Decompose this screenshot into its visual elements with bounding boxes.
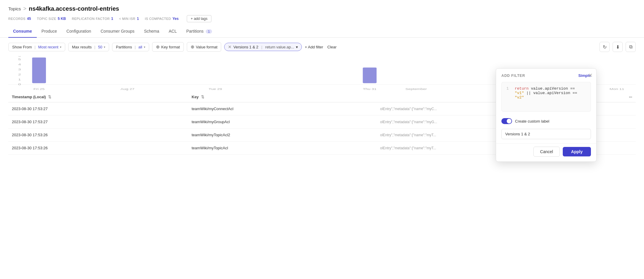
cell-actions xyxy=(624,115,636,129)
cell-actions xyxy=(624,129,636,142)
max-results-value: 50 xyxy=(98,45,102,49)
svg-text:6: 6 xyxy=(18,56,21,57)
custom-label-toggle[interactable] xyxy=(501,118,512,124)
sort-icon: ⇅ xyxy=(48,95,51,99)
replication-label: REPLICATION FACTOR xyxy=(72,17,110,20)
partitions-label: Partitions xyxy=(116,45,132,49)
compacted-value: Yes xyxy=(173,17,179,21)
active-filter-code: return value.ap... xyxy=(265,45,294,49)
plus-icon: ⊕ xyxy=(191,44,195,50)
filter-actions: Cancel Apply xyxy=(496,143,596,155)
col-timestamp[interactable]: Timestamp (Local) ⇅ xyxy=(8,92,188,102)
key-format-button[interactable]: ⊕ Key format xyxy=(152,42,184,52)
partitions-value: all xyxy=(138,45,142,49)
compacted-label: IS COMPACTED xyxy=(145,17,171,20)
clear-button[interactable]: Clear xyxy=(327,45,337,49)
topic-size-value: 5 KB xyxy=(58,17,66,21)
col-actions: ··· xyxy=(624,92,636,102)
tab-consumer-groups[interactable]: Consumer Groups xyxy=(96,25,139,38)
cell-timestamp: 2023-08-30 17:53:26 xyxy=(8,142,188,155)
svg-text:Aug 27: Aug 27 xyxy=(121,88,135,91)
svg-text:5: 5 xyxy=(18,58,21,61)
records-value: 45 xyxy=(27,17,31,21)
tab-consume[interactable]: Consume xyxy=(8,25,37,38)
svg-text:3: 3 xyxy=(18,68,21,71)
tab-schema[interactable]: Schema xyxy=(139,25,164,38)
toggle-label: Create custom label xyxy=(515,119,549,123)
toggle-knob xyxy=(507,119,511,123)
cell-key: teamWiki/myTopicAcl2 xyxy=(188,129,377,142)
refresh-icon: ↻ xyxy=(603,44,607,50)
svg-text:2: 2 xyxy=(18,73,21,76)
cell-actions xyxy=(624,142,636,155)
svg-text:Thu 31: Thu 31 xyxy=(363,88,377,91)
plus-icon: ⊕ xyxy=(156,44,160,50)
tab-acl[interactable]: ACL xyxy=(164,25,181,38)
filter-panel-header: ADD FILTER Simple xyxy=(496,69,596,81)
min-isr-label: < MIN ISR xyxy=(119,17,136,20)
copy-icon: ⧉ xyxy=(629,44,632,50)
breadcrumb: Topics > ns4kafka.access-control-entries xyxy=(8,5,636,12)
svg-text:Mon 11: Mon 11 xyxy=(610,88,624,91)
svg-rect-0 xyxy=(32,58,46,83)
add-filter-button[interactable]: + Add filter xyxy=(305,45,323,49)
cell-key: teamWiki/myGroupAcl xyxy=(188,115,377,129)
partitions-button[interactable]: Partitions | all ▾ xyxy=(112,43,149,51)
topics-link[interactable]: Topics xyxy=(8,6,21,11)
copy-button[interactable]: ⧉ xyxy=(626,42,636,52)
download-icon: ⬇ xyxy=(616,44,620,50)
close-icon[interactable]: ✕ xyxy=(228,45,232,49)
svg-rect-1 xyxy=(363,67,377,83)
cancel-button[interactable]: Cancel xyxy=(533,147,560,155)
replication-value: 1 xyxy=(111,17,113,21)
svg-text:4: 4 xyxy=(18,63,21,66)
tab-produce[interactable]: Produce xyxy=(37,25,62,38)
filter-panel: ADD FILTER Simple ✕ 1 return value.apiVe… xyxy=(496,68,597,155)
label-input-row xyxy=(496,127,596,143)
max-results-button[interactable]: Max results | 50 ▾ xyxy=(68,43,109,51)
cell-actions xyxy=(624,102,636,115)
chevron-down-icon: ▾ xyxy=(296,45,298,49)
toggle-row: Create custom label xyxy=(496,115,596,127)
show-from-value: Most recent xyxy=(38,45,58,49)
breadcrumb-separator: > xyxy=(23,6,27,12)
max-results-label: Max results xyxy=(72,45,92,49)
chevron-down-icon: ▾ xyxy=(104,45,105,49)
meta-bar: RECORDS 45 TOPIC SIZE 5 KB REPLICATION F… xyxy=(0,12,644,25)
download-button[interactable]: ⬇ xyxy=(613,42,623,52)
add-filter-label: + Add filter xyxy=(305,45,323,49)
topic-size-label: TOPIC SIZE xyxy=(37,17,56,20)
filter-panel-title: ADD FILTER xyxy=(501,74,525,78)
custom-label-input[interactable] xyxy=(501,129,591,139)
line-number: 1 xyxy=(506,86,511,100)
cell-timestamp: 2023-08-30 17:53:26 xyxy=(8,129,188,142)
min-isr-value: 1 xyxy=(137,17,139,21)
code-content: return value.apiVersion == "v1" || value… xyxy=(515,86,586,100)
tab-configuration[interactable]: Configuration xyxy=(62,25,96,38)
cell-key: teamWiki/myTopicAcl xyxy=(188,142,377,155)
add-tags-button[interactable]: + add tags xyxy=(187,15,211,22)
topic-size-meta: TOPIC SIZE 5 KB xyxy=(37,17,66,21)
cell-timestamp: 2023-08-30 17:53:27 xyxy=(8,102,188,115)
apply-button[interactable]: Apply xyxy=(563,147,591,155)
active-filter-chip[interactable]: ✕ Versions 1 & 2 | return value.ap... ▾ xyxy=(224,43,302,51)
refresh-button[interactable]: ↻ xyxy=(600,42,610,52)
tab-partitions[interactable]: Partitions 1 xyxy=(181,25,216,38)
filter-code-editor[interactable]: 1 return value.apiVersion == "v1" || val… xyxy=(501,82,591,112)
svg-text:Tue 29: Tue 29 xyxy=(209,88,222,91)
tab-bar: Consume Produce Configuration Consumer G… xyxy=(0,25,644,38)
col-key[interactable]: Key ⇅ xyxy=(188,92,377,102)
close-icon[interactable]: ✕ xyxy=(588,72,593,79)
active-filter-label: Versions 1 & 2 xyxy=(233,45,258,49)
records-meta: RECORDS 45 xyxy=(8,17,31,21)
show-from-label: Show From xyxy=(12,45,32,49)
key-format-label: Key format xyxy=(161,45,180,49)
chevron-down-icon: ▾ xyxy=(60,45,61,49)
show-from-button[interactable]: Show From | Most recent ▾ xyxy=(8,43,65,51)
replication-meta: REPLICATION FACTOR 1 xyxy=(72,17,113,21)
value-format-label: Value format xyxy=(196,45,218,49)
cell-timestamp: 2023-08-30 17:53:27 xyxy=(8,115,188,129)
svg-text:September: September xyxy=(405,88,427,91)
min-isr-meta: < MIN ISR 1 xyxy=(119,17,139,21)
value-format-button[interactable]: ⊕ Value format xyxy=(187,42,221,52)
